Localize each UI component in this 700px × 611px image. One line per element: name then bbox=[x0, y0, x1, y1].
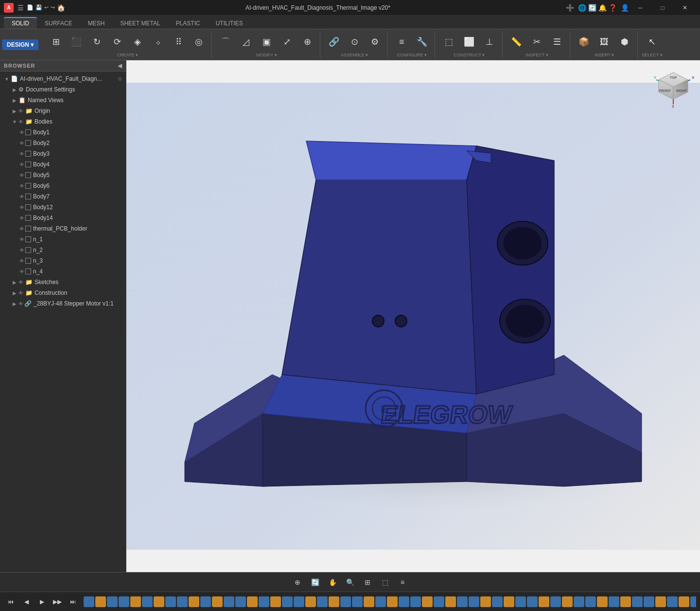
browser-item-body5[interactable]: 👁 Body5 bbox=[0, 170, 126, 180]
timeline-item-40[interactable] bbox=[550, 596, 561, 607]
minimize-button[interactable]: ─ bbox=[629, 0, 651, 16]
design-dropdown[interactable]: DESIGN ▾ bbox=[2, 39, 38, 50]
timeline-item-31[interactable] bbox=[445, 596, 456, 607]
timeline-item-25[interactable] bbox=[375, 596, 386, 607]
orbit-button[interactable]: 🔄 bbox=[307, 575, 323, 590]
browser-item-sketches[interactable]: ▶ 👁 📁 Sketches bbox=[0, 277, 126, 288]
select-label[interactable]: SELECT ▾ bbox=[642, 53, 662, 57]
fillet-button[interactable]: ⌒ bbox=[216, 32, 235, 52]
insert-decal-button[interactable]: 🖼 bbox=[595, 32, 614, 52]
browser-item-body14[interactable]: 👁 Body14 bbox=[0, 213, 126, 223]
timeline-item-52[interactable] bbox=[690, 596, 696, 607]
browser-collapse-button[interactable]: ◀ bbox=[118, 62, 122, 69]
body-checkbox-3[interactable] bbox=[25, 162, 31, 167]
timeline-item-9[interactable] bbox=[189, 596, 199, 607]
online-icon[interactable]: 🌐 bbox=[578, 4, 586, 12]
browser-item-body12[interactable]: 👁 Body12 bbox=[0, 202, 126, 213]
body-checkbox-11[interactable] bbox=[25, 247, 31, 253]
scale-button[interactable]: ⤢ bbox=[277, 32, 297, 52]
timeline-item-49[interactable] bbox=[655, 596, 666, 607]
body-checkbox-8[interactable] bbox=[25, 215, 31, 221]
timeline-next-button[interactable]: ▶▶ bbox=[51, 595, 64, 609]
timeline-item-43[interactable] bbox=[585, 596, 596, 607]
timeline-item-45[interactable] bbox=[609, 596, 619, 607]
add-tab-icon[interactable]: ➕ bbox=[566, 4, 574, 12]
browser-item-construction[interactable]: ▶ 👁 📁 Construction bbox=[0, 288, 126, 298]
undo-icon[interactable]: ↩ bbox=[44, 4, 49, 11]
browser-item-body7[interactable]: 👁 Body7 bbox=[0, 191, 126, 202]
body-checkbox-4[interactable] bbox=[25, 172, 31, 178]
timeline-item-32[interactable] bbox=[457, 596, 468, 607]
timeline-item-20[interactable] bbox=[317, 596, 328, 607]
midplane-button[interactable]: ⬜ bbox=[459, 32, 479, 52]
timeline-item-37[interactable] bbox=[515, 596, 526, 607]
timeline-item-50[interactable] bbox=[667, 596, 678, 607]
browser-root-item[interactable]: ▼ 📄 AI-driven_HVAC_Fault_Diagn... ⚙ bbox=[0, 73, 126, 84]
timeline-item-15[interactable] bbox=[259, 596, 269, 607]
browser-item-body6[interactable]: 👁 Body6 bbox=[0, 180, 126, 191]
joint-button[interactable]: 🔗 bbox=[324, 32, 344, 52]
close-button[interactable]: ✕ bbox=[674, 0, 696, 16]
body-checkbox-12[interactable] bbox=[25, 258, 31, 264]
browser-item-body4[interactable]: 👁 Body4 bbox=[0, 159, 126, 170]
timeline-item-44[interactable] bbox=[597, 596, 608, 607]
timeline-item-27[interactable] bbox=[399, 596, 409, 607]
browser-item-28byj[interactable]: ▶ 👁 🔗 _28BYJ-48 Stepper Motor v1:1 bbox=[0, 298, 126, 309]
mirror-button[interactable]: ⬦ bbox=[148, 32, 168, 52]
browser-item-thermal_pcb_holder[interactable]: 👁 thermal_PCB_holder bbox=[0, 223, 126, 234]
tab-sheet-metal[interactable]: SHEET METAL bbox=[112, 18, 168, 29]
insert-mcmaster-button[interactable]: 📦 bbox=[574, 32, 594, 52]
joint-origin-button[interactable]: ⊙ bbox=[345, 32, 364, 52]
timeline-item-21[interactable] bbox=[329, 596, 339, 607]
maximize-button[interactable]: □ bbox=[651, 0, 674, 16]
tab-plastic[interactable]: PLASTIC bbox=[168, 18, 208, 29]
timeline-item-23[interactable] bbox=[352, 596, 363, 607]
browser-item-body2[interactable]: 👁 Body2 bbox=[0, 138, 126, 148]
timeline-item-19[interactable] bbox=[305, 596, 316, 607]
viewport[interactable]: ELEGROW E bbox=[126, 60, 700, 572]
timeline-item-26[interactable] bbox=[387, 596, 398, 607]
body-checkbox-9[interactable] bbox=[25, 226, 31, 232]
browser-item-n_1[interactable]: 👁 n_1 bbox=[0, 234, 126, 245]
configure-label[interactable]: CONFIGURE ▾ bbox=[397, 53, 427, 57]
config-button[interactable]: 🔧 bbox=[412, 32, 432, 52]
create-label[interactable]: CREATE ▾ bbox=[117, 53, 138, 57]
help-icon[interactable]: ❓ bbox=[609, 4, 617, 12]
tab-utilities[interactable]: UTILITIES bbox=[208, 18, 251, 29]
fit-view-button[interactable]: ⊞ bbox=[360, 575, 375, 590]
body-checkbox-2[interactable] bbox=[25, 151, 31, 157]
timeline-item-11[interactable] bbox=[212, 596, 223, 607]
timeline-item-41[interactable] bbox=[562, 596, 573, 607]
notification-icon[interactable]: 🔔 bbox=[598, 4, 607, 12]
save-icon[interactable]: 💾 bbox=[35, 4, 42, 11]
body-checkbox-10[interactable] bbox=[25, 236, 31, 242]
measure-button[interactable]: 📏 bbox=[507, 32, 526, 52]
offset-plane-button[interactable]: ⬚ bbox=[439, 32, 458, 52]
timeline-item-16[interactable] bbox=[270, 596, 281, 607]
browser-item-n_4[interactable]: 👁 n_4 bbox=[0, 266, 126, 277]
body-checkbox-0[interactable] bbox=[25, 129, 31, 135]
browser-item-origin[interactable]: ▶ 👁 📁 Origin bbox=[0, 106, 126, 116]
timeline-item-29[interactable] bbox=[422, 596, 433, 607]
timeline-item-34[interactable] bbox=[480, 596, 491, 607]
timeline-item-28[interactable] bbox=[410, 596, 421, 607]
browser-item-body3[interactable]: 👁 Body3 bbox=[0, 148, 126, 159]
timeline-item-22[interactable] bbox=[340, 596, 351, 607]
timeline-item-2[interactable] bbox=[107, 596, 118, 607]
timeline-item-36[interactable] bbox=[504, 596, 514, 607]
browser-item-body1[interactable]: 👁 Body1 bbox=[0, 127, 126, 138]
timeline-end-button[interactable]: ⏭ bbox=[66, 595, 80, 609]
body-checkbox-6[interactable] bbox=[25, 194, 31, 199]
timeline-item-0[interactable] bbox=[84, 596, 94, 607]
home-icon[interactable]: 🏠 bbox=[57, 4, 65, 12]
timeline-item-51[interactable] bbox=[679, 596, 689, 607]
construct-label[interactable]: CONSTRUCT ▾ bbox=[454, 53, 485, 57]
axis-button[interactable]: ⊥ bbox=[480, 32, 499, 52]
timeline-item-13[interactable] bbox=[235, 596, 246, 607]
timeline-item-33[interactable] bbox=[469, 596, 479, 607]
timeline-item-1[interactable] bbox=[95, 596, 106, 607]
tab-mesh[interactable]: MESH bbox=[80, 18, 113, 29]
navigation-mode-button[interactable]: ⊕ bbox=[290, 575, 305, 590]
timeline-item-3[interactable] bbox=[119, 596, 129, 607]
body-checkbox-7[interactable] bbox=[25, 204, 31, 210]
